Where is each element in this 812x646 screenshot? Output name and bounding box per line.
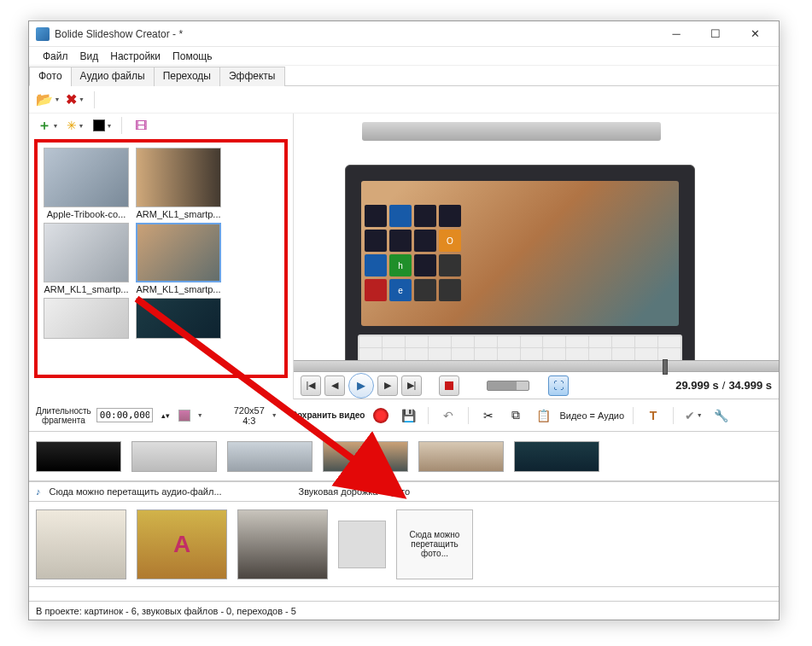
thumb-item[interactable]: ARM_KL1_smartp... bbox=[41, 221, 131, 294]
timeline-drop-target[interactable]: Сюда можно перетащить фото... bbox=[396, 509, 473, 579]
video-audio-sync-button[interactable]: Видео = Аудио bbox=[559, 404, 624, 427]
thumb-item[interactable]: Apple-Tribook-co... bbox=[41, 146, 131, 219]
time-current: 29.999 s bbox=[675, 379, 719, 392]
drop-hint-text: Сюда можно перетащить фото... bbox=[400, 530, 469, 558]
save-video-label: Сохранить видео bbox=[291, 410, 365, 420]
caret-icon: ▼ bbox=[55, 96, 61, 102]
window-title: Bolide Slideshow Creator - * bbox=[55, 28, 654, 40]
first-frame-button[interactable]: |◀ bbox=[301, 375, 321, 396]
text-button[interactable]: T bbox=[642, 404, 664, 427]
tab-audio[interactable]: Аудио файлы bbox=[71, 67, 155, 86]
thumb-item[interactable]: ARM_KL1_smartp... bbox=[133, 146, 224, 219]
thumb-item[interactable] bbox=[133, 296, 224, 340]
text-icon: T bbox=[650, 409, 657, 422]
cut-button[interactable]: ✂ bbox=[477, 404, 499, 427]
duration-spin[interactable]: ▴▾ bbox=[158, 408, 173, 423]
sparkle-icon: ✳ bbox=[67, 119, 77, 132]
save-button[interactable]: 💾 bbox=[397, 404, 419, 427]
project-thumb[interactable] bbox=[178, 410, 190, 422]
prev-frame-button[interactable]: ◀ bbox=[324, 375, 345, 396]
timeline-row-2[interactable]: A Сюда можно перетащить фото... bbox=[29, 502, 779, 587]
caret-icon: ▼ bbox=[79, 123, 85, 129]
effect-button[interactable]: ✳ ▼ bbox=[63, 115, 87, 136]
audio-track[interactable]: ♪ Сюда можно перетащить аудио-файл... Зв… bbox=[29, 481, 779, 502]
scissors-icon: ✂ bbox=[483, 409, 494, 422]
duration-input[interactable] bbox=[96, 408, 153, 422]
titlebar: Bolide Slideshow Creator - * ─ ☐ ✕ bbox=[29, 21, 779, 47]
timeline-placeholder-small[interactable] bbox=[338, 521, 386, 568]
timeline-clip[interactable] bbox=[418, 441, 504, 472]
caret-icon: ▼ bbox=[53, 123, 59, 129]
seek-bar[interactable] bbox=[294, 360, 779, 372]
divider bbox=[121, 117, 122, 134]
device-mockup: O h e bbox=[345, 165, 695, 360]
divider bbox=[468, 407, 469, 424]
statusbar-text: В проекте: картинок - 6, звуковых файлов… bbox=[36, 606, 296, 616]
menu-view[interactable]: Вид bbox=[80, 50, 99, 62]
seek-handle[interactable] bbox=[663, 359, 668, 375]
menu-settings[interactable]: Настройки bbox=[110, 50, 161, 62]
plus-icon: ＋ bbox=[38, 117, 51, 135]
last-frame-button[interactable]: ▶| bbox=[401, 375, 422, 396]
menu-help[interactable]: Помощь bbox=[172, 50, 212, 62]
close-button[interactable]: ✕ bbox=[738, 25, 772, 44]
audio-track-status: Звуковая дорожка - пусто bbox=[299, 486, 410, 497]
color-button[interactable]: ▼ bbox=[91, 115, 114, 136]
settings-button[interactable]: 🔧 bbox=[710, 404, 732, 427]
timeline-row-1[interactable] bbox=[29, 432, 779, 481]
copy-button[interactable]: ⧉ bbox=[505, 404, 527, 427]
apply-button[interactable]: ✔▼ bbox=[682, 404, 704, 427]
preview-area: O h e bbox=[294, 113, 779, 360]
thumbnail-image bbox=[44, 148, 129, 207]
tab-photo[interactable]: Фото bbox=[29, 67, 72, 86]
minimize-button[interactable]: ─ bbox=[659, 25, 693, 44]
device-keyboard bbox=[358, 335, 682, 360]
app-icon bbox=[36, 27, 50, 41]
open-folder-button[interactable]: 📂 ▼ bbox=[36, 90, 60, 110]
thumb-item-selected[interactable]: ARM_KL1_smartp... bbox=[133, 221, 224, 294]
maximize-button[interactable]: ☐ bbox=[698, 25, 733, 44]
film-button[interactable]: 🎞 bbox=[129, 115, 153, 136]
record-button[interactable] bbox=[370, 404, 392, 427]
timeline-clip[interactable] bbox=[323, 441, 408, 472]
volume-slider[interactable] bbox=[487, 381, 529, 391]
duration-label: Длительность фрагмента bbox=[36, 406, 91, 425]
delete-button[interactable]: ✖ ▼ bbox=[63, 90, 87, 110]
timeline-clip[interactable] bbox=[131, 441, 217, 472]
divider bbox=[94, 91, 95, 108]
fullscreen-button[interactable]: ⛶ bbox=[548, 375, 569, 396]
stop-button[interactable] bbox=[439, 375, 459, 396]
menu-file[interactable]: Файл bbox=[43, 50, 68, 62]
play-button[interactable]: ▶ bbox=[348, 373, 374, 399]
timeline-clip[interactable] bbox=[36, 509, 126, 579]
record-icon bbox=[373, 408, 388, 423]
tab-effects[interactable]: Эффекты bbox=[219, 67, 285, 86]
tab-transitions[interactable]: Переходы bbox=[154, 67, 220, 86]
copy-icon: ⧉ bbox=[511, 408, 520, 422]
paste-button[interactable]: 📋 bbox=[532, 404, 554, 427]
audio-drop-hint: Сюда можно перетащить аудио-файл... bbox=[50, 486, 222, 497]
add-button[interactable]: ＋ ▼ bbox=[36, 115, 60, 136]
timeline-clip[interactable] bbox=[36, 441, 121, 472]
timeline-clip[interactable]: A bbox=[137, 509, 227, 579]
playback-bar: |◀ ◀ ▶ ▶ ▶| ⛶ 29.999 s / 34.999 s bbox=[294, 372, 779, 399]
main-split: ＋ ▼ ✳ ▼ ▼ 🎞 bbox=[29, 113, 779, 399]
undo-button[interactable]: ↶ bbox=[437, 404, 459, 427]
thumb-item[interactable] bbox=[41, 296, 131, 340]
project-toolbar: Длительность фрагмента ▴▾ ▼ 720x57 4:3 ▼… bbox=[29, 399, 779, 432]
timeline-clip[interactable] bbox=[237, 509, 328, 579]
timeline-clip[interactable] bbox=[514, 441, 599, 472]
undo-icon: ↶ bbox=[443, 409, 453, 422]
stop-icon bbox=[445, 381, 453, 390]
time-sep: / bbox=[722, 379, 726, 392]
color-swatch-icon bbox=[93, 119, 105, 131]
next-frame-button[interactable]: ▶ bbox=[377, 375, 398, 396]
media-toolbar: ＋ ▼ ✳ ▼ ▼ 🎞 bbox=[29, 113, 293, 137]
photo-thumbnails[interactable]: Apple-Tribook-co... ARM_KL1_smartp... AR… bbox=[34, 139, 288, 378]
delete-x-icon: ✖ bbox=[66, 91, 77, 108]
divider bbox=[428, 407, 429, 424]
music-note-icon: ♪ bbox=[36, 486, 41, 497]
thumb-caption: ARM_KL1_smartp... bbox=[41, 284, 131, 294]
folder-open-icon: 📂 bbox=[36, 91, 53, 108]
timeline-clip[interactable] bbox=[227, 441, 313, 472]
